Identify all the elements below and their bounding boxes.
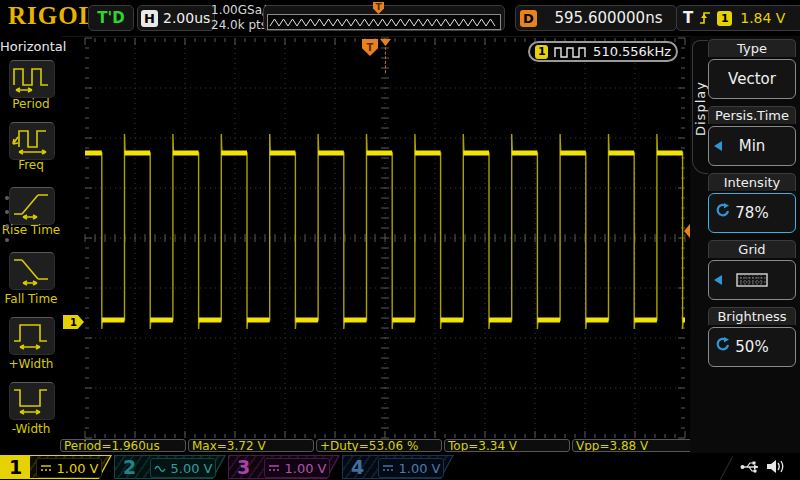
usb-icon: [740, 459, 762, 475]
grid-header: Grid: [708, 240, 796, 258]
display-menu-panel: Display Type Vector Persis.Time Min Inte…: [690, 36, 800, 453]
square-wave-icon: [554, 46, 587, 58]
speaker-icon: [765, 457, 785, 476]
brightness-button[interactable]: 50%: [708, 327, 796, 367]
measurement-max: Max=3.72 V: [188, 439, 314, 452]
status-bar: RIGOL T'D H 2.00us 1.00GSa/s 24.0k pts T…: [0, 0, 800, 37]
measure-item-freq-label: Freq: [0, 158, 62, 172]
menu-page-dot: [5, 210, 9, 214]
dc-coupling-icon: [40, 463, 52, 473]
channel4-tab[interactable]: 4 1.00 V: [342, 455, 454, 479]
measure-item-period-label: Period: [0, 97, 62, 111]
measure-item-fall-time-label: Fall Time: [0, 292, 62, 306]
channel1-number: 1: [9, 455, 22, 479]
left-menu-title: Horizontal: [0, 39, 62, 54]
menu-group-type: Type Vector: [708, 39, 796, 99]
preview-wave: [268, 15, 498, 27]
trigger-info-box: T 1 1.84 V: [676, 5, 800, 31]
measure-item-rise-time[interactable]: [9, 187, 55, 225]
horizontal-measure-menu: Horizontal Period Freq Rise Time: [0, 36, 62, 453]
measurement-period: Period=1.960us: [60, 439, 186, 452]
persistence-header: Persis.Time: [708, 106, 796, 124]
menu-page-dot: [5, 196, 9, 200]
measure-item-neg-width-label: -Width: [0, 422, 62, 436]
channel2-scale-box: 5.00 V: [150, 458, 216, 478]
measurement-vpp: Vpp=3.88 V: [572, 439, 698, 452]
channel3-scale-box: 1.00 V: [264, 458, 330, 478]
channel1-scale: 1.00 V: [57, 461, 99, 476]
channel4-scale: 1.00 V: [399, 461, 441, 476]
trigger-level-value: 1.84 V: [740, 10, 785, 26]
measure-item-pos-width-label: +Width: [0, 357, 62, 371]
channel2-tab[interactable]: 2 5.00 V: [114, 455, 226, 479]
screen-center-dash-line: [385, 47, 386, 73]
rise-time-icon: [10, 188, 52, 222]
measure-item-neg-width[interactable]: [9, 382, 55, 420]
grid-button[interactable]: [708, 260, 796, 300]
channel4-number: 4: [351, 455, 364, 479]
intensity-header: Intensity: [708, 173, 796, 191]
rotate-knob-icon: [715, 202, 731, 218]
grid-style-icon: [736, 272, 768, 288]
preview-trigger-marker: T: [373, 2, 384, 14]
type-header: Type: [708, 39, 796, 57]
trigger-status-badge: T'D: [88, 5, 134, 31]
menu-page-dot: [5, 238, 9, 242]
brightness-header: Brightness: [708, 307, 796, 325]
frequency-counter-badge: 1 510.556kHz: [528, 41, 678, 62]
dc-coupling-icon: [268, 463, 280, 473]
delay-box: D 595.600000ns: [515, 5, 677, 31]
channel3-number: 3: [237, 455, 250, 479]
menu-group-grid: Grid: [708, 240, 796, 300]
delay-value: 595.600000ns: [555, 9, 663, 27]
rotate-knob-icon: [715, 336, 731, 352]
channel2-number: 2: [123, 455, 136, 479]
measure-item-freq[interactable]: [9, 122, 55, 160]
channel1-tab[interactable]: 1 1.00 V: [0, 455, 112, 479]
channel3-scale: 1.00 V: [285, 461, 327, 476]
channel4-scale-box: 1.00 V: [378, 458, 444, 478]
freq-counter-channel-badge: 1: [535, 45, 548, 59]
timebase-value: 2.00us: [163, 10, 210, 26]
freq-counter-value: 510.556kHz: [593, 44, 671, 59]
waveform-preview-bar: T: [263, 5, 505, 31]
delay-d-icon: D: [520, 10, 537, 27]
channel3-tab[interactable]: 3 1.00 V: [228, 455, 340, 479]
trigger-source-badge: 1: [717, 11, 732, 26]
neg-width-icon: [10, 383, 52, 417]
display-menu-tab: Display: [693, 54, 707, 164]
pos-width-icon: [10, 318, 52, 352]
ac-coupling-icon: [154, 463, 166, 473]
oscilloscope-screen: RIGOL T'D H 2.00us 1.00GSa/s 24.0k pts T…: [0, 0, 800, 480]
channel1-scale-box: 1.00 V: [36, 458, 102, 478]
waveform-preview-strip: [267, 14, 501, 30]
persistence-button[interactable]: Min: [708, 126, 796, 166]
channel2-scale: 5.00 V: [171, 461, 213, 476]
menu-group-persistence: Persis.Time Min: [708, 106, 796, 166]
menu-page-dot: [5, 224, 9, 228]
horizontal-timebase-box: H 2.00us: [137, 5, 215, 31]
waveform-display-area: [85, 38, 685, 438]
type-button[interactable]: Vector: [708, 59, 796, 99]
measure-item-rise-time-label: Rise Time: [0, 223, 62, 237]
freq-icon: [10, 123, 52, 157]
measure-item-pos-width[interactable]: [9, 317, 55, 355]
bottom-bar-divider: [720, 456, 733, 479]
measurement-pos-duty: +Duty=53.06 %: [316, 439, 442, 452]
left-arrow-icon: [714, 141, 722, 151]
left-arrow-icon: [714, 275, 722, 285]
menu-group-brightness: Brightness 50%: [708, 307, 796, 367]
channel-status-bar: 1 1.00 V 2 5.00 V 3: [0, 453, 800, 480]
channel1-waveform: [85, 38, 685, 438]
channel1-offset-marker: 1: [63, 315, 84, 329]
period-icon: [10, 61, 52, 95]
measurement-top: Top=3.34 V: [444, 439, 570, 452]
measure-item-period[interactable]: [9, 60, 55, 98]
trigger-status-text: T'D: [97, 9, 124, 27]
fall-time-icon: [10, 253, 52, 287]
intensity-button[interactable]: 78%: [708, 193, 796, 233]
brand-logo: RIGOL: [8, 2, 96, 30]
trigger-t-label: T: [683, 9, 693, 27]
measure-item-fall-time[interactable]: [9, 252, 55, 290]
horizontal-h-icon: H: [141, 10, 158, 27]
